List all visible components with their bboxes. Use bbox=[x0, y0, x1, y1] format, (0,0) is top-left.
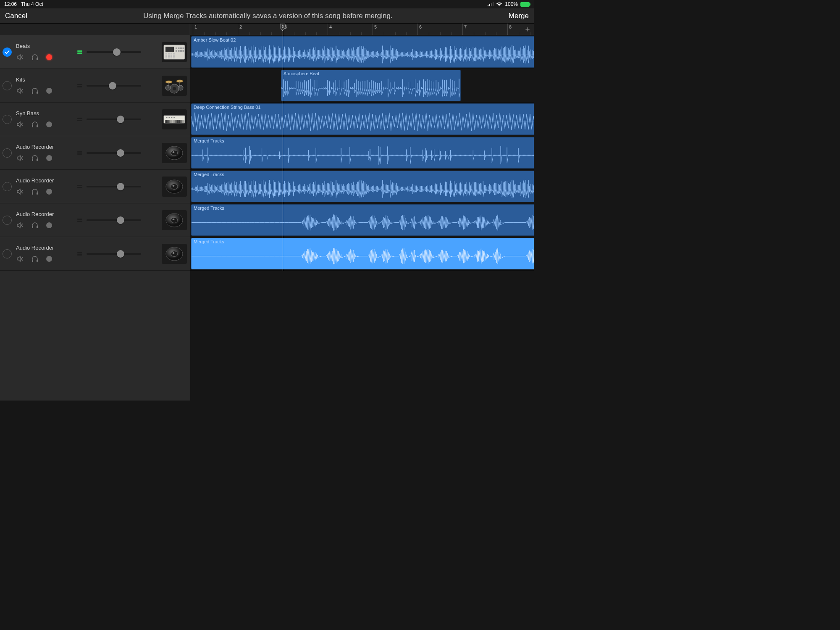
audio-region[interactable]: Amber Slow Beat 02 bbox=[191, 36, 534, 68]
ruler-bar-number: 4 bbox=[329, 24, 332, 29]
timeline-row[interactable]: Merged Tracks bbox=[190, 136, 534, 170]
instrument-icon[interactable] bbox=[162, 109, 187, 129]
timeline-row[interactable]: Merged Tracks bbox=[190, 203, 534, 237]
svg-point-41 bbox=[178, 85, 183, 90]
mute-icon[interactable] bbox=[16, 221, 24, 229]
solo-headphones-icon[interactable] bbox=[31, 121, 39, 128]
svg-rect-66 bbox=[181, 120, 182, 123]
merge-button[interactable]: Merge bbox=[509, 12, 529, 20]
record-enable-button[interactable] bbox=[46, 155, 52, 161]
volume-slider[interactable] bbox=[87, 51, 141, 53]
record-enable-button[interactable] bbox=[46, 222, 52, 228]
svg-rect-37 bbox=[37, 92, 38, 94]
playhead-line[interactable] bbox=[283, 24, 283, 271]
cancel-button[interactable]: Cancel bbox=[5, 12, 27, 20]
solo-headphones-icon[interactable] bbox=[31, 255, 39, 263]
track-select-checkbox[interactable] bbox=[3, 81, 12, 90]
svg-rect-77 bbox=[32, 159, 33, 161]
ruler-bar-number: 7 bbox=[464, 24, 467, 29]
track-header[interactable]: Kits bbox=[0, 69, 190, 103]
instrument-icon[interactable] bbox=[162, 143, 187, 163]
volume-slider[interactable] bbox=[87, 119, 141, 120]
svg-rect-62 bbox=[177, 120, 178, 123]
track-header[interactable]: Audio Recorder bbox=[0, 237, 190, 271]
svg-point-74 bbox=[174, 117, 175, 118]
mute-icon[interactable] bbox=[16, 121, 24, 128]
track-header[interactable]: Audio Recorder bbox=[0, 170, 190, 203]
instrument-icon[interactable] bbox=[162, 210, 187, 230]
volume-slider[interactable] bbox=[87, 219, 141, 221]
track-select-checkbox[interactable] bbox=[3, 249, 12, 258]
record-enable-button[interactable] bbox=[46, 189, 52, 195]
volume-slider[interactable] bbox=[87, 152, 141, 154]
svg-point-73 bbox=[173, 117, 173, 118]
timeline-row[interactable]: Amber Slow Beat 02 bbox=[190, 35, 534, 69]
ruler-bar-marker: 7 bbox=[462, 24, 463, 35]
svg-rect-36 bbox=[32, 92, 33, 94]
solo-headphones-icon[interactable] bbox=[31, 53, 39, 61]
track-select-checkbox[interactable] bbox=[3, 115, 12, 124]
waveform-icon bbox=[281, 78, 460, 98]
instrument-icon[interactable] bbox=[162, 177, 187, 197]
track-name-label: Audio Recorder bbox=[16, 211, 71, 217]
mute-icon[interactable] bbox=[16, 188, 24, 195]
timeline-row[interactable]: Deep Connection String Bass 01 bbox=[190, 103, 534, 136]
svg-rect-56 bbox=[171, 120, 171, 123]
svg-rect-54 bbox=[168, 120, 169, 123]
record-enable-button[interactable] bbox=[46, 88, 52, 94]
instrument-icon[interactable] bbox=[162, 244, 187, 264]
waveform-icon bbox=[192, 212, 534, 233]
audio-region[interactable]: Atmosphere Beat bbox=[281, 70, 461, 101]
track-select-checkbox[interactable] bbox=[3, 47, 12, 57]
ruler-bar-number: 6 bbox=[419, 24, 422, 29]
svg-rect-33 bbox=[183, 50, 184, 52]
add-section-button[interactable]: ＋ bbox=[524, 25, 531, 33]
mute-icon[interactable] bbox=[16, 255, 24, 263]
audio-region[interactable]: Merged Tracks bbox=[191, 204, 534, 236]
timeline[interactable]: ＋ 123456783 Amber Slow Beat 02Atmosphere… bbox=[190, 24, 534, 401]
audio-region[interactable]: Merged Tracks bbox=[191, 238, 534, 269]
track-select-checkbox[interactable] bbox=[3, 148, 12, 158]
track-header[interactable]: Audio Recorder bbox=[0, 203, 190, 237]
status-bar: 12:06 Thu 4 Oct 100% bbox=[0, 0, 534, 8]
solo-headphones-icon[interactable] bbox=[31, 221, 39, 229]
audio-region[interactable]: Merged Tracks bbox=[191, 171, 534, 202]
audio-region[interactable]: Merged Tracks bbox=[191, 137, 534, 169]
instrument-icon[interactable] bbox=[162, 42, 187, 62]
mute-icon[interactable] bbox=[16, 154, 24, 162]
solo-headphones-icon[interactable] bbox=[31, 154, 39, 162]
track-header[interactable]: Syn Bass bbox=[0, 103, 190, 136]
region-label: Merged Tracks bbox=[194, 239, 224, 244]
svg-rect-78 bbox=[37, 159, 38, 161]
track-name-label: Kits bbox=[16, 76, 71, 83]
mute-icon[interactable] bbox=[16, 53, 24, 61]
svg-rect-84 bbox=[32, 192, 33, 195]
volume-slider[interactable] bbox=[87, 85, 141, 87]
svg-rect-12 bbox=[171, 53, 172, 54]
track-select-checkbox[interactable] bbox=[3, 216, 12, 225]
timeline-row[interactable]: Atmosphere Beat bbox=[190, 69, 534, 103]
timeline-row[interactable]: Merged Tracks bbox=[190, 170, 534, 203]
svg-rect-99 bbox=[37, 260, 38, 262]
track-header[interactable]: Audio Recorder bbox=[0, 136, 190, 170]
track-header[interactable]: Beats bbox=[0, 35, 190, 69]
solo-headphones-icon[interactable] bbox=[31, 87, 39, 95]
svg-point-80 bbox=[171, 150, 178, 156]
waveform-icon bbox=[192, 111, 534, 132]
track-select-checkbox[interactable] bbox=[3, 182, 12, 191]
audio-region[interactable]: Deep Connection String Bass 01 bbox=[191, 103, 534, 135]
record-enable-button[interactable] bbox=[46, 256, 52, 262]
record-enable-button[interactable] bbox=[46, 54, 52, 60]
svg-rect-14 bbox=[165, 55, 167, 55]
solo-headphones-icon[interactable] bbox=[31, 188, 39, 195]
volume-slider[interactable] bbox=[87, 186, 141, 187]
instrument-icon[interactable] bbox=[162, 76, 187, 96]
mute-icon[interactable] bbox=[16, 87, 24, 95]
svg-rect-13 bbox=[173, 53, 175, 54]
svg-rect-51 bbox=[165, 120, 166, 123]
timeline-ruler[interactable]: ＋ 123456783 bbox=[190, 24, 534, 35]
record-enable-button[interactable] bbox=[46, 121, 52, 127]
timeline-row[interactable]: Merged Tracks bbox=[190, 237, 534, 271]
volume-slider[interactable] bbox=[87, 253, 141, 255]
svg-rect-65 bbox=[180, 120, 181, 123]
